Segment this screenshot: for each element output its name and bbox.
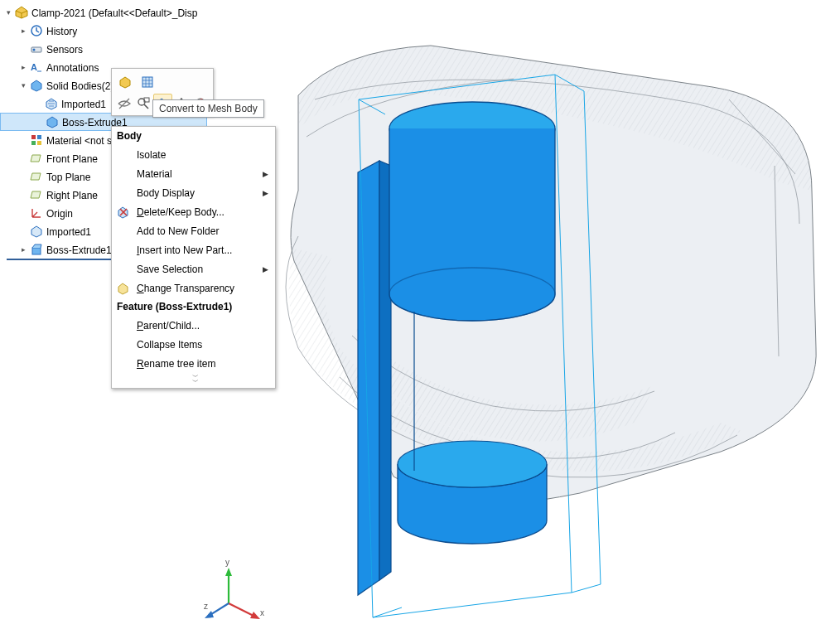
expander-icon[interactable]: ▸ [18,62,28,72]
svg-line-20 [144,104,148,109]
menu-label: Change Transparency [137,283,234,294]
hide-icon[interactable] [115,94,134,114]
part-icon [15,6,28,19]
menu-expand-chevrons[interactable]: ﹀﹀ [112,373,275,388]
menu-isolate[interactable]: Isolate [112,145,275,164]
menu-label: Isolate [137,149,166,161]
plane-icon [30,170,43,183]
svg-marker-3 [358,161,379,595]
origin-icon [30,206,43,220]
tree-label: Imported1 [61,98,106,110]
rollback-bar[interactable] [7,259,114,260]
svg-line-18 [119,99,129,109]
menu-label: Insert into New Part... [137,244,232,256]
imported-feature-icon [30,225,43,238]
solid-body-icon [46,115,59,128]
svg-rect-15 [37,141,41,145]
part-title: Clamp-2021 (Default<<Default>_Disp [31,7,197,19]
mesh-preview-icon[interactable] [137,72,158,92]
history-icon [30,24,43,37]
tree-sensors[interactable]: Sensors [0,40,207,58]
tree-label: Origin [46,207,73,220]
tree-label: Material <not sp [46,134,118,147]
menu-label: Delete/Keep Body... [137,206,224,218]
menu-label: Material [137,168,172,180]
tree-label: Annotations [46,61,99,74]
plane-icon [30,188,43,201]
context-menu-header-feature: Feature (Boss-Extrude1) [112,298,275,316]
menu-change-transparency[interactable]: Change Transparency [112,278,275,298]
svg-rect-13 [37,135,41,139]
solid-bodies-icon [30,79,43,92]
material-icon [30,133,43,147]
orientation-triad[interactable]: y x z [204,558,270,624]
menu-label: Add to New Folder [137,225,219,237]
expander-icon[interactable]: ▸ [18,244,28,254]
menu-collapse-items[interactable]: Collapse Items [112,335,275,354]
svg-rect-17 [142,77,152,87]
plane-icon [30,152,43,165]
svg-rect-16 [32,248,41,254]
tooltip-convert-mesh: Convert to Mesh Body [152,99,264,118]
menu-label: Rename tree item [137,358,215,370]
annotations-icon: A [30,60,43,74]
delete-body-icon [117,206,130,219]
context-menu: Body Isolate Material▶ Body Display▶ Del… [111,126,276,389]
feature-properties-icon[interactable] [115,72,137,92]
sensors-icon [30,42,43,56]
svg-rect-14 [31,141,36,145]
menu-label: Collapse Items [137,339,202,351]
menu-body-display[interactable]: Body Display▶ [112,183,275,202]
svg-marker-28 [250,612,260,619]
svg-text:A: A [31,62,37,72]
svg-marker-30 [205,611,214,618]
svg-point-10 [33,49,36,51]
expander-icon[interactable]: ▾ [18,80,28,90]
submenu-arrow-icon: ▶ [263,189,268,197]
tree-label: Top Plane [46,171,90,183]
submenu-arrow-icon: ▶ [263,265,268,273]
context-menu-header-body: Body [112,127,275,145]
expander-icon[interactable]: ▾ [3,7,13,17]
menu-parent-child[interactable]: Parent/Child... [112,316,275,335]
svg-line-27 [229,603,255,617]
menu-label: Parent/Child... [137,320,200,332]
triad-y-label: y [225,558,229,567]
menu-rename-tree-item[interactable]: Rename tree item [112,354,275,373]
menu-label: Body Display [137,187,195,199]
tree-label: Sensors [46,43,83,56]
tree-root-part[interactable]: ▾ Clamp-2021 (Default<<Default>_Disp [0,3,207,22]
menu-insert-new-part[interactable]: Insert into New Part... [112,240,275,259]
menu-delete-keep-body[interactable]: Delete/Keep Body... [112,202,275,221]
tree-label: Front Plane [46,152,98,165]
tree-label: History [46,25,77,37]
menu-add-new-folder[interactable]: Add to New Folder [112,221,275,240]
triad-z-label: z [204,602,208,611]
expander-icon[interactable]: ▸ [18,26,28,36]
menu-save-selection[interactable]: Save Selection▶ [112,259,275,278]
tree-label: Imported1 [46,225,91,238]
tree-label: Solid Bodies(2) [46,80,113,92]
tree-label: Boss-Extrude1 [46,244,112,256]
svg-rect-12 [31,135,36,139]
menu-label: Save Selection [137,264,203,275]
triad-x-label: x [260,608,264,617]
submenu-arrow-icon: ▶ [263,170,268,178]
menu-material[interactable]: Material▶ [112,164,275,183]
svg-marker-26 [225,568,232,576]
boss-extrude-icon [30,243,43,256]
mesh-body-icon [45,97,58,110]
tree-label: Right Plane [46,189,98,201]
zoom-selection-icon[interactable] [134,94,153,114]
transparency-icon [117,282,130,295]
svg-point-7 [398,441,547,487]
tree-history[interactable]: ▸ History [0,22,207,40]
